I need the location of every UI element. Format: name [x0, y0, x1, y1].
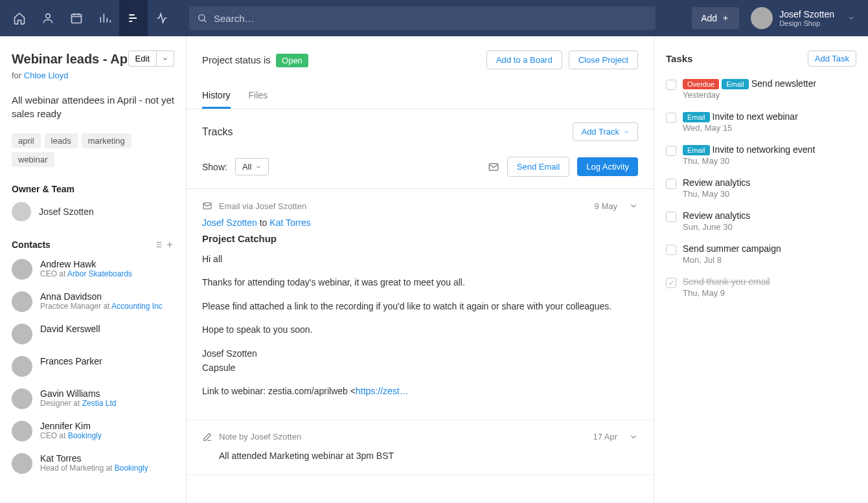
tag[interactable]: april	[12, 133, 41, 148]
task-date: Sun, June 30	[683, 222, 856, 232]
email-to-link[interactable]: Kat Torres	[269, 218, 311, 228]
home-icon[interactable]	[5, 0, 34, 36]
contact-company-link[interactable]: Bookingly	[115, 464, 148, 473]
add-track-label: Add Track	[581, 127, 619, 137]
note-text: All attended Marketing webinar at 3pm BS…	[202, 449, 638, 463]
close-project-button[interactable]: Close Project	[569, 50, 638, 69]
envelope-icon[interactable]	[488, 161, 499, 173]
avatar	[12, 291, 32, 312]
sidebar: Edit Webinar leads - April for Chloe Llo…	[0, 36, 187, 503]
project-for: for Chloe Lloyd	[12, 71, 174, 80]
owner-team-heading: Owner & Team	[12, 184, 174, 194]
task-checkbox[interactable]	[666, 80, 676, 90]
activity-date: 17 Apr	[593, 432, 617, 442]
contact-item[interactable]: Frances Parker	[12, 356, 174, 377]
contact-company-link[interactable]: Accounting Inc	[111, 302, 163, 311]
note-icon	[202, 432, 212, 442]
contact-role: CEO at Arbor Skateboards	[40, 269, 132, 278]
tag[interactable]: marketing	[82, 133, 131, 148]
avatar	[12, 259, 32, 280]
calendar-icon[interactable]	[62, 0, 91, 36]
contact-company-link[interactable]: Arbor Skateboards	[67, 269, 132, 278]
add-to-board-button[interactable]: Add to a Board	[486, 50, 562, 69]
task-checkbox[interactable]	[666, 245, 676, 255]
email-from-to: Josef Szotten to Kat Torres	[202, 218, 638, 228]
svg-point-2	[199, 15, 205, 21]
top-nav: Add ＋ Josef Szotten Design Shop	[0, 0, 868, 36]
activity-date: 9 May	[595, 201, 617, 211]
avatar	[12, 421, 32, 442]
contact-name: David Kerswell	[40, 324, 100, 334]
task-item: Review analyticsThu, May 30	[666, 177, 856, 199]
task-date: Wed, May 15	[683, 123, 856, 133]
list-icon[interactable]	[119, 0, 148, 36]
task-title[interactable]: Send summer campaign	[683, 243, 856, 254]
contact-item[interactable]: Anna DavidsonPractice Manager at Account…	[12, 291, 174, 312]
contact-item[interactable]: Jennifer KimCEO at Bookingly	[12, 421, 174, 442]
edit-button[interactable]: Edit	[128, 50, 157, 67]
task-checkbox[interactable]	[666, 146, 676, 156]
show-filter[interactable]: All	[235, 158, 269, 175]
email-from-link[interactable]: Josef Szotten	[202, 218, 257, 228]
contact-name: Jennifer Kim	[40, 421, 102, 431]
search-icon	[197, 13, 207, 23]
task-title[interactable]: OverdueEmailSend newsletter	[683, 78, 856, 89]
tag[interactable]: webinar	[12, 152, 54, 167]
task-date: Yesterday	[683, 90, 856, 100]
tag[interactable]: leads	[45, 133, 78, 148]
activity-meta: Email via Josef Szotten	[219, 201, 306, 211]
chevron-down-icon[interactable]	[629, 432, 638, 442]
search-bar[interactable]	[189, 6, 656, 30]
tab-history[interactable]: History	[202, 84, 231, 109]
contact-item[interactable]: David Kerswell	[12, 324, 174, 344]
svg-rect-1	[72, 14, 82, 23]
task-item: EmailInvite to next webinarWed, May 15	[666, 111, 856, 133]
task-checkbox[interactable]	[666, 212, 676, 222]
search-input[interactable]	[214, 13, 648, 24]
task-title[interactable]: Review analytics	[683, 210, 856, 221]
plus-icon[interactable]	[165, 240, 174, 249]
project-status: Project status is Open	[202, 54, 308, 65]
for-link[interactable]: Chloe Lloyd	[24, 71, 69, 80]
pulse-icon[interactable]	[148, 0, 176, 36]
contact-name: Frances Parker	[40, 356, 102, 366]
task-title[interactable]: EmailInvite to networking event	[683, 144, 856, 155]
tags: aprilleadsmarketingwebinar	[12, 133, 174, 167]
tab-files[interactable]: Files	[249, 84, 268, 109]
chevron-down-icon[interactable]	[629, 201, 638, 210]
task-title[interactable]: EmailInvite to next webinar	[683, 111, 856, 122]
person-icon[interactable]	[34, 0, 62, 36]
send-email-button[interactable]: Send Email	[507, 157, 569, 177]
task-item: OverdueEmailSend newsletterYesterday	[666, 78, 856, 100]
task-checkbox[interactable]	[666, 113, 676, 123]
task-item: EmailInvite to networking eventThu, May …	[666, 144, 856, 166]
status-prefix: Project status is	[202, 54, 273, 65]
task-title[interactable]: Send thank you email	[683, 276, 856, 287]
status-badge: Open	[276, 54, 308, 67]
task-checkbox[interactable]: ✓	[666, 278, 676, 288]
add-task-button[interactable]: Add Task	[808, 50, 856, 67]
log-activity-button[interactable]: Log Activity	[577, 157, 638, 176]
email-subject: Project Catchup	[202, 233, 638, 244]
add-button[interactable]: Add ＋	[692, 7, 739, 29]
contact-item[interactable]: Gavin WilliamsDesigner at Zestia Ltd	[12, 388, 174, 409]
avatar	[12, 453, 32, 474]
nav-icons	[5, 0, 176, 36]
email-link[interactable]: https://zest…	[356, 386, 409, 396]
owner[interactable]: Josef Szotten	[12, 202, 174, 221]
add-track-button[interactable]: Add Track	[573, 122, 638, 141]
chevron-down-icon	[847, 14, 855, 22]
task-checkbox[interactable]	[666, 179, 676, 189]
task-title[interactable]: Review analytics	[683, 177, 856, 188]
edit-dropdown-button[interactable]	[157, 50, 174, 67]
contact-role: CEO at Bookingly	[40, 431, 102, 440]
contact-company-link[interactable]: Bookingly	[68, 431, 102, 440]
list-icon[interactable]	[154, 240, 163, 249]
contact-item[interactable]: Kat TorresHead of Marketing at Bookingly	[12, 453, 174, 474]
contact-item[interactable]: Andrew HawkCEO at Arbor Skateboards	[12, 259, 174, 280]
owner-name: Josef Szotten	[39, 207, 94, 217]
tasks-heading: Tasks	[666, 53, 692, 64]
user-menu[interactable]: Josef Szotten Design Shop	[751, 7, 855, 29]
chart-icon[interactable]	[91, 0, 119, 36]
contact-company-link[interactable]: Zestia Ltd	[82, 399, 117, 408]
